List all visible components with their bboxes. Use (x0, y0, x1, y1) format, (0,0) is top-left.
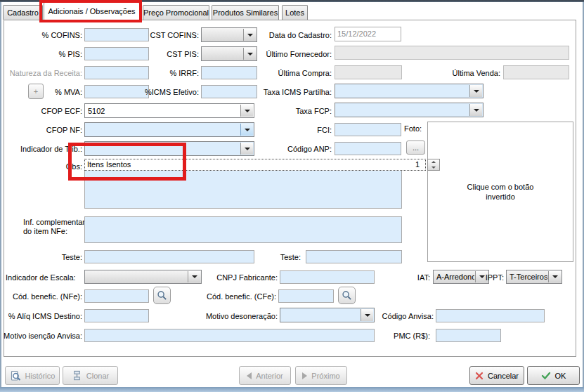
historico-button[interactable]: Histórico (5, 366, 60, 385)
taxa-icms-partilha-select[interactable] (335, 84, 484, 98)
natureza-receita-label: Natureza da Receita: (6, 68, 82, 78)
indicador-trib-label: Indicador de Trib.: (6, 144, 82, 154)
taxa-icms-partilha-label: Taxa ICMS Partilha: (255, 87, 332, 97)
chevron-down-icon[interactable] (469, 104, 482, 116)
window-frame-bottom (0, 387, 584, 392)
clone-icon (72, 370, 82, 381)
anterior-button-label: Anterior (256, 372, 283, 380)
clonar-button-label: Clonar (86, 372, 109, 380)
history-search-icon (10, 370, 21, 381)
obs-counter-spinner[interactable] (427, 159, 440, 171)
cfop-nf-select[interactable] (84, 122, 254, 137)
tab-adicionais-observacoes[interactable]: Adicionais / Observações (44, 2, 140, 20)
cnpj-fabricante-input[interactable] (280, 270, 375, 284)
inf-complementar-label-line1: Inf. complementar (23, 218, 86, 228)
ippt-value: T-Terceiros (510, 273, 547, 281)
motivo-isencao-anvisa-label: Motivo isenção Anvisa: (2, 331, 82, 341)
irrf-input[interactable] (201, 66, 257, 79)
indicador-trib-select[interactable] (84, 141, 254, 156)
obs-label: Obs: (6, 162, 82, 171)
codigo-anvisa-label: Código Anvisa: (379, 311, 434, 321)
window-frame-left (0, 2, 1, 388)
search-icon (157, 290, 167, 301)
cod-benefic-cfe-search-button[interactable] (338, 287, 356, 304)
photo-dropzone[interactable]: Clique com o botão invertido (427, 122, 573, 262)
chevron-down-icon[interactable] (240, 124, 253, 136)
mva-label: % MVA: (6, 87, 82, 97)
indicador-escala-select[interactable] (84, 270, 202, 284)
next-arrow-icon (302, 372, 307, 379)
foto-label: Foto: (404, 124, 427, 134)
cfop-ecf-label: CFOP ECF: (6, 106, 82, 116)
chevron-down-icon[interactable] (469, 85, 482, 97)
pis-label: % PIS: (6, 49, 82, 59)
pmc-label: PMC (R$): (392, 331, 430, 341)
tab-produtos-similares[interactable]: Produtos Similares (212, 5, 279, 20)
cod-benefic-cfe-input[interactable] (278, 289, 334, 303)
aliq-icms-destino-label: % Alíq ICMS Destino: (6, 311, 82, 321)
ultima-venda-field (503, 65, 569, 79)
chevron-down-icon[interactable] (548, 271, 561, 282)
proximo-button-label: Próximo (311, 372, 339, 380)
ippt-select[interactable]: T-Terceiros (506, 270, 562, 284)
cfop-ecf-select[interactable]: 5102 (84, 103, 254, 118)
chevron-down-icon[interactable] (361, 309, 373, 321)
clonar-button[interactable]: Clonar (63, 366, 118, 385)
cod-benefic-nfe-input[interactable] (84, 289, 149, 303)
codigo-anp-browse-button[interactable]: ... (406, 141, 425, 155)
spinner-up-icon[interactable] (428, 159, 439, 165)
cod-benefic-nfe-search-button[interactable] (153, 287, 171, 304)
chevron-down-icon[interactable] (240, 143, 253, 155)
icms-efetivo-label: %ICMS Efetivo: (126, 87, 199, 97)
teste2-label: Teste: (225, 252, 301, 262)
chevron-down-icon[interactable] (243, 48, 256, 60)
ultimo-fornecedor-label: Último Fornecedor: (255, 49, 332, 59)
ok-button[interactable]: OK (527, 366, 580, 385)
codigo-anp-input[interactable] (335, 142, 401, 155)
iat-value: A-Arredond (436, 273, 474, 281)
codigo-anvisa-input[interactable] (436, 309, 545, 322)
cst-cofins-label: CST COFINS: (126, 30, 199, 40)
chevron-down-icon[interactable] (188, 271, 200, 282)
pmc-input[interactable] (436, 329, 501, 342)
data-cadastro-label: Data do Cadastro: (255, 30, 332, 40)
chevron-down-icon[interactable] (240, 105, 253, 117)
anterior-button[interactable]: Anterior (239, 366, 291, 385)
icms-efetivo-input[interactable] (201, 85, 257, 98)
spinner-down-icon[interactable] (428, 165, 439, 171)
photo-placeholder-text: Clique com o botão invertido (455, 182, 546, 202)
cnpj-fabricante-label: CNPJ Fabricante: (200, 273, 278, 282)
indicador-escala-label: Indicador de Escala: (6, 273, 72, 282)
historico-button-label: Histórico (25, 372, 56, 380)
teste1-label: Teste: (6, 252, 82, 262)
aliq-icms-destino-input[interactable] (84, 309, 149, 322)
data-cadastro-field: 15/12/2022 (335, 27, 401, 41)
cfop-ecf-value: 5102 (88, 107, 240, 115)
teste2-input[interactable] (306, 250, 402, 263)
cst-pis-select[interactable] (201, 46, 257, 61)
fci-input[interactable] (335, 123, 401, 136)
inf-complementar-textarea[interactable] (84, 216, 402, 243)
cst-pis-label: CST PIS: (126, 49, 199, 59)
irrf-label: % IRRF: (126, 68, 199, 78)
cst-cofins-select[interactable] (201, 27, 257, 42)
tab-preco-promocional[interactable]: Preço Promocional (143, 5, 209, 20)
ok-button-label: OK (555, 372, 566, 380)
tab-cadastro[interactable]: Cadastro (3, 5, 43, 20)
motivo-desoneracao-select[interactable] (280, 308, 375, 322)
cfop-nf-label: CFOP NF: (6, 125, 82, 135)
obs-counter: 1 (415, 159, 420, 170)
tab-lotes[interactable]: Lotes (282, 5, 308, 20)
fci-label: FCI: (255, 125, 332, 135)
ultima-compra-field (335, 65, 402, 79)
taxa-fcp-select[interactable] (335, 103, 484, 117)
iat-select[interactable]: A-Arredond (433, 270, 489, 284)
proximo-button[interactable]: Próximo (295, 366, 347, 385)
taxa-fcp-label: Taxa FCP: (255, 106, 332, 116)
motivo-isencao-anvisa-input[interactable] (84, 329, 375, 342)
cancelar-button[interactable]: Cancelar (469, 366, 524, 385)
obs-edit-row[interactable]: Itens Isentos 1 (84, 159, 426, 171)
chevron-down-icon[interactable] (243, 29, 256, 41)
ultimo-fornecedor-field (335, 46, 569, 60)
previous-arrow-icon (247, 372, 252, 379)
